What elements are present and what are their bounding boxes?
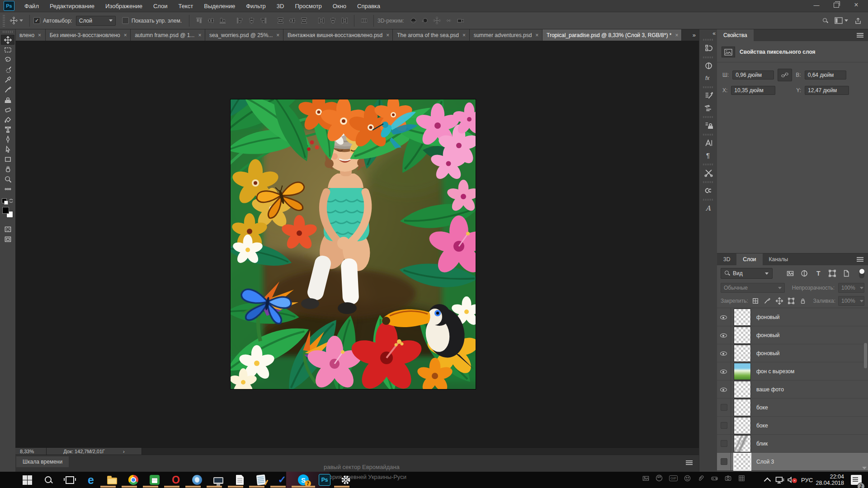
visibility-toggle[interactable]: [717, 362, 731, 380]
tool-shape[interactable]: [1, 154, 14, 164]
layer-thumbnail[interactable]: [734, 309, 751, 326]
align-top-button[interactable]: [193, 15, 204, 26]
3d-orbit-button[interactable]: [408, 15, 419, 26]
search-icon[interactable]: [823, 18, 828, 23]
share-icon[interactable]: [854, 17, 862, 24]
visibility-toggle[interactable]: [717, 435, 731, 452]
skype-icon[interactable]: S7: [297, 474, 309, 486]
panel-brushes-icon[interactable]: [700, 102, 717, 114]
layer-row[interactable]: фоновый: [717, 308, 868, 326]
y-field[interactable]: 12,47 дюйм: [805, 86, 849, 95]
align-left-button[interactable]: [234, 15, 245, 26]
doc-tab-2[interactable]: autumn frame.psd @ 1...×: [131, 29, 205, 41]
lock-position-icon[interactable]: [774, 296, 783, 305]
menu-window[interactable]: Окно: [327, 3, 352, 9]
tool-type[interactable]: [1, 124, 14, 134]
menu-edit[interactable]: Редактирование: [44, 3, 100, 9]
layer-thumbnail[interactable]: [734, 435, 751, 452]
menu-help[interactable]: Справка: [352, 3, 386, 9]
doc-tab-6[interactable]: summer adventures.psd×: [470, 29, 542, 41]
visibility-toggle[interactable]: [717, 326, 731, 344]
distribute-top-button[interactable]: [275, 15, 286, 26]
timeline-tab[interactable]: Шкала времени: [16, 456, 69, 467]
menu-view[interactable]: Просмотр: [289, 3, 327, 9]
filter-smart-objects-icon[interactable]: [841, 269, 852, 278]
opacity-field[interactable]: 100%: [838, 283, 864, 293]
doc-tab-4[interactable]: Винтажная вишня-восстановлено.psd×: [283, 29, 393, 41]
language-indicator[interactable]: РУС: [801, 472, 813, 488]
close-icon[interactable]: ×: [535, 32, 538, 38]
tool-zoom[interactable]: [1, 174, 14, 184]
opera-icon[interactable]: O: [170, 474, 182, 486]
filter-pixel-layers-icon[interactable]: [785, 269, 796, 278]
layer-filter-dropdown[interactable]: Вид: [721, 268, 773, 279]
lock-artboard-icon[interactable]: [787, 296, 796, 305]
panel-glyphs-icon[interactable]: A: [700, 202, 717, 214]
menu-filter[interactable]: Фильтр: [241, 3, 271, 9]
layer-thumbnail[interactable]: [734, 381, 751, 398]
layer-row[interactable]: фоновый: [717, 326, 868, 344]
visibility-toggle[interactable]: [717, 399, 731, 416]
tab-overflow-button[interactable]: »: [689, 29, 699, 41]
settings-gear-icon[interactable]: [340, 474, 352, 486]
volume-muted-icon[interactable]: ×: [787, 472, 796, 488]
tool-move[interactable]: [1, 35, 14, 45]
blue-app-icon[interactable]: [191, 474, 203, 486]
restore-button[interactable]: [827, 0, 845, 9]
doc-size-status[interactable]: Док: 142,7М/2,01Г ›: [47, 448, 142, 455]
distribute-left-button[interactable]: [316, 15, 326, 26]
3d-pan-button[interactable]: [432, 15, 443, 26]
autoselect-checkbox[interactable]: ✓: [33, 17, 40, 24]
layer-row[interactable]: блик: [717, 435, 868, 453]
status-expand-icon[interactable]: ›: [123, 449, 125, 454]
toolbar-grip[interactable]: [3, 31, 13, 33]
show-controls-checkbox[interactable]: [122, 17, 129, 24]
close-icon[interactable]: ×: [386, 32, 389, 38]
layers-menu-icon[interactable]: [857, 259, 863, 260]
tool-lasso[interactable]: [1, 55, 14, 65]
tool-quick-select[interactable]: [1, 65, 14, 75]
menu-3d[interactable]: 3D: [271, 3, 290, 9]
minimize-button[interactable]: —: [807, 0, 826, 9]
document-canvas[interactable]: [231, 99, 476, 389]
layer-thumbnail[interactable]: [734, 399, 751, 416]
lock-all-icon[interactable]: [798, 296, 807, 305]
quick-mask-button[interactable]: [1, 224, 14, 234]
3d-camera-button[interactable]: [455, 15, 466, 26]
layer-filter-toggle[interactable]: [859, 268, 864, 278]
foreground-color-swatch[interactable]: [2, 207, 9, 214]
align-hcenter-button[interactable]: [246, 15, 257, 26]
panel-adjustments-icon[interactable]: [700, 60, 717, 72]
width-field[interactable]: 0,96 дюйм: [732, 70, 774, 80]
tab-properties[interactable]: Свойства: [717, 29, 754, 41]
menu-file[interactable]: Файл: [19, 3, 44, 9]
tool-brush[interactable]: [1, 84, 14, 94]
tool-eraser[interactable]: [1, 104, 14, 114]
panel-clone-source-icon[interactable]: [700, 119, 717, 131]
tool-clone-stamp[interactable]: [1, 94, 14, 104]
swap-colors-icon[interactable]: [9, 198, 14, 203]
visibility-toggle[interactable]: [717, 417, 731, 434]
panel-character-icon[interactable]: [700, 137, 717, 149]
doc-tab-1[interactable]: Без имени-3-восстановлено×: [46, 29, 131, 41]
3d-roll-button[interactable]: [420, 15, 431, 26]
layer-thumbnail[interactable]: [734, 327, 751, 344]
align-vcenter-button[interactable]: [205, 15, 216, 26]
layer-row[interactable]: фоновый: [717, 344, 868, 362]
x-field[interactable]: 10,35 дюйм: [731, 86, 775, 95]
doc-tab-0[interactable]: влено×: [15, 29, 46, 41]
distribute-right-button[interactable]: [339, 15, 350, 26]
tool-path-select[interactable]: [1, 144, 14, 154]
tool-more[interactable]: [1, 184, 14, 194]
layer-thumbnail[interactable]: [734, 417, 751, 434]
visibility-toggle[interactable]: [717, 344, 731, 362]
panel-tool-presets-icon[interactable]: [700, 167, 717, 179]
canvas-pasteboard[interactable]: [15, 41, 699, 447]
task-view-icon[interactable]: [64, 474, 75, 486]
layer-thumbnail[interactable]: [734, 453, 751, 470]
workspace-switcher[interactable]: [835, 17, 848, 24]
clock[interactable]: 22:04 28.04.2018: [816, 472, 844, 488]
tool-eyedropper[interactable]: [1, 75, 14, 84]
properties-menu-icon[interactable]: [857, 35, 863, 36]
doc-tab-active[interactable]: Tropical_paradise.psd @ 8,33% (Слой 3, R…: [542, 29, 682, 41]
